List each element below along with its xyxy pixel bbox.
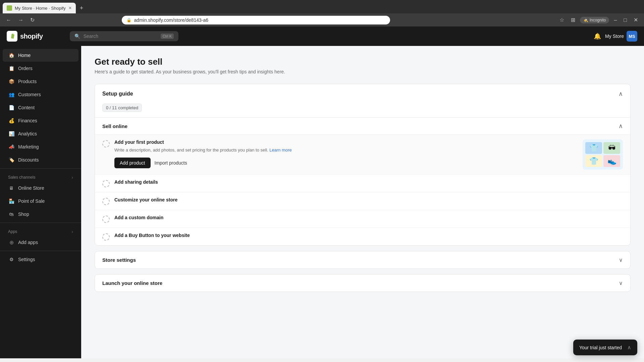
setup-item-customize[interactable]: Customize your online store — [95, 192, 630, 210]
store-menu-button[interactable]: My Store MS — [605, 31, 637, 42]
launch-store-header[interactable]: Launch your online store ∨ — [95, 275, 630, 292]
sidebar-item-marketing[interactable]: 📣 Marketing — [3, 140, 78, 153]
sidebar-item-label: Products — [18, 79, 37, 84]
buy-button-content: Add a Buy Button to your website — [114, 233, 623, 240]
search-icon: 🔍 — [74, 34, 80, 39]
sharing-title: Add sharing details — [114, 179, 623, 185]
add-product-desc: Write a description, add photos, and set… — [114, 147, 578, 154]
import-products-button[interactable]: Import products — [155, 160, 187, 166]
window-maximize[interactable]: □ — [622, 16, 629, 24]
apps-expand-icon: › — [71, 229, 73, 234]
sidebar-item-label: Marketing — [18, 144, 39, 149]
notifications-button[interactable]: 🔔 — [594, 33, 601, 40]
setup-item-buy-button[interactable]: Add a Buy Button to your website — [95, 228, 630, 245]
sidebar-item-label: Discounts — [18, 157, 39, 163]
sidebar-item-add-apps[interactable]: ⊕ Add apps — [3, 236, 78, 249]
settings-icon: ⚙ — [8, 256, 15, 263]
window-close[interactable]: ✕ — [632, 15, 640, 24]
customers-icon: 👥 — [8, 91, 15, 98]
sidebar-item-label: Shop — [18, 212, 29, 217]
sidebar-item-label: Analytics — [18, 131, 37, 136]
product-img-2: 🕶 — [603, 142, 620, 154]
search-input[interactable] — [84, 34, 157, 39]
apps-title: Apps — [8, 229, 17, 234]
customize-check — [102, 198, 110, 205]
sidebar-item-label: Settings — [18, 257, 35, 262]
shopify-logo: shopify — [7, 31, 43, 42]
browser-controls: ← → ↻ 🔒 admin.shopify.com/store/de8143-a… — [0, 13, 644, 26]
sharing-content: Add sharing details — [114, 179, 623, 187]
new-tab-button[interactable]: + — [77, 3, 86, 13]
bookmark-button[interactable]: ☆ — [557, 15, 566, 24]
setup-guide-header[interactable]: Setup guide ∧ — [95, 84, 630, 104]
header-search[interactable]: 🔍 Ctrl K — [70, 31, 179, 41]
incognito-icon: 🕵 — [583, 18, 588, 22]
setup-item-add-product: Add your first product Write a descripti… — [95, 134, 630, 174]
home-icon: 🏠 — [8, 52, 15, 59]
store-avatar: MS — [627, 31, 637, 42]
sidebar-item-home[interactable]: 🏠 Home — [3, 49, 78, 62]
trial-text: Your trial just started — [579, 345, 622, 350]
sell-online-toggle[interactable]: ∧ — [619, 122, 623, 130]
sidebar-item-shop[interactable]: 🛍 Shop — [3, 208, 78, 221]
search-shortcut: Ctrl K — [161, 34, 174, 39]
back-button[interactable]: ← — [4, 16, 13, 24]
browser-tab-active[interactable]: My Store · Home · Shopify ✕ — [3, 3, 76, 13]
sales-channels-title: Sales channels — [8, 175, 35, 180]
sales-channels-expand-icon: › — [71, 175, 73, 180]
apps-section[interactable]: Apps › — [3, 225, 78, 236]
sidebar-item-discounts[interactable]: 🏷️ Discounts — [3, 154, 78, 166]
refresh-button[interactable]: ↻ — [28, 15, 37, 24]
sidebar-item-online-store[interactable]: 🖥 Online Store — [3, 182, 78, 194]
window-minimize[interactable]: – — [612, 16, 619, 24]
browser-tab-bar: My Store · Home · Shopify ✕ + — [0, 0, 644, 13]
sidebar-item-orders[interactable]: 📋 Orders — [3, 62, 78, 75]
sharing-check — [102, 180, 110, 187]
sidebar-item-label: Home — [18, 53, 31, 58]
launch-store-title: Launch your online store — [102, 280, 162, 286]
online-store-icon: 🖥 — [8, 185, 15, 191]
product-illustration: 👕 🕶 👕 👟 — [583, 139, 623, 170]
add-product-button[interactable]: Add product — [114, 158, 151, 168]
tab-close-button[interactable]: ✕ — [68, 6, 72, 10]
sales-channels-section[interactable]: Sales channels › — [3, 171, 78, 181]
sidebar-item-finances[interactable]: 💰 Finances — [3, 114, 78, 127]
sidebar-item-analytics[interactable]: 📊 Analytics — [3, 127, 78, 140]
sell-online-header[interactable]: Sell online ∧ — [95, 117, 630, 134]
add-product-title: Add your first product — [114, 139, 578, 145]
tab-title: My Store · Home · Shopify — [15, 6, 66, 11]
launch-store-card: Launch your online store ∨ — [95, 274, 631, 292]
add-product-check — [102, 140, 110, 147]
incognito-label: Incognito — [590, 18, 606, 22]
trial-banner: Your trial just started ∧ — [573, 340, 637, 355]
learn-more-link[interactable]: Learn more — [269, 147, 291, 153]
sidebar-item-customers[interactable]: 👥 Customers — [3, 88, 78, 101]
orders-icon: 📋 — [8, 65, 15, 72]
pos-icon: 🏪 — [8, 198, 15, 204]
sidebar-item-content[interactable]: 📄 Content — [3, 101, 78, 114]
buy-button-title: Add a Buy Button to your website — [114, 233, 623, 238]
setup-guide-body: 0 / 11 completed Sell online ∧ Add your … — [95, 104, 630, 245]
setup-item-sharing[interactable]: Add sharing details — [95, 174, 630, 192]
trial-dismiss-button[interactable]: ∧ — [627, 344, 631, 351]
forward-button[interactable]: → — [16, 16, 25, 24]
address-bar[interactable]: 🔒 admin.shopify.com/store/de8143-a6 — [122, 16, 390, 24]
sidebar-item-products[interactable]: 📦 Products — [3, 75, 78, 88]
marketing-icon: 📣 — [8, 143, 15, 150]
logo-icon — [7, 31, 17, 42]
setup-guide-toggle[interactable]: ∧ — [619, 90, 623, 98]
sidebar-item-label: Add apps — [18, 240, 38, 245]
logo-text: shopify — [20, 33, 43, 40]
extensions-button[interactable]: ⊞ — [569, 15, 577, 24]
sidebar-item-label: Online Store — [18, 185, 44, 191]
setup-item-domain[interactable]: Add a custom domain — [95, 210, 630, 228]
product-img-4: 👟 — [603, 155, 620, 167]
store-settings-header[interactable]: Store settings ∨ — [95, 251, 630, 268]
products-icon: 📦 — [8, 78, 15, 85]
domain-title: Add a custom domain — [114, 215, 623, 220]
sidebar-item-point-of-sale[interactable]: 🏪 Point of Sale — [3, 195, 78, 207]
setup-guide-card: Setup guide ∧ 0 / 11 completed Sell onli… — [95, 84, 631, 246]
sidebar-item-settings[interactable]: ⚙ Settings — [3, 253, 78, 266]
domain-content: Add a custom domain — [114, 215, 623, 222]
browser-chrome: My Store · Home · Shopify ✕ + ← → ↻ 🔒 ad… — [0, 0, 644, 26]
